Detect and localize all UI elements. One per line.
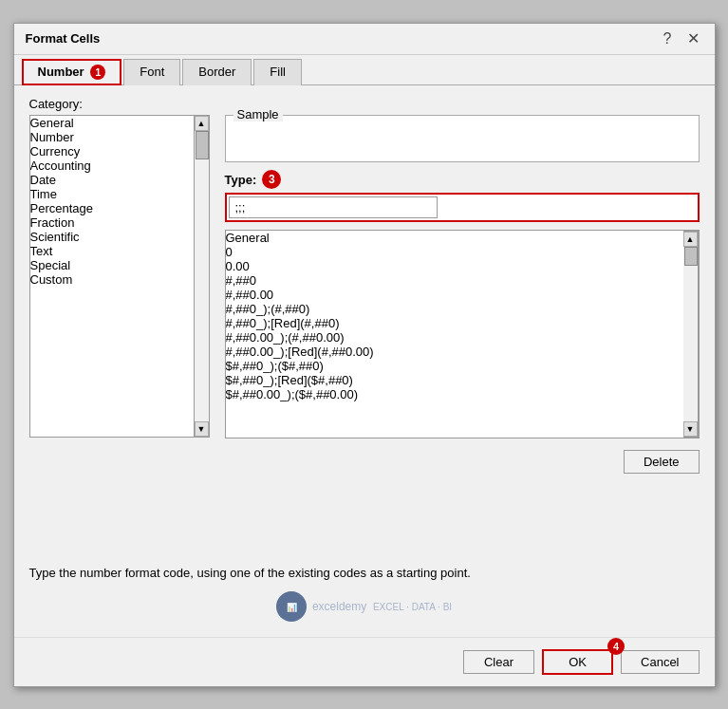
dialog-title: Format Cells [26, 31, 101, 46]
tab-font-label: Font [140, 65, 164, 79]
delete-row: Delete [225, 450, 700, 474]
delete-button[interactable]: Delete [624, 450, 700, 474]
tab-border[interactable]: Border [182, 59, 252, 86]
category-list-item[interactable]: Text [30, 244, 194, 258]
format-cells-dialog: Format Cells ? ✕ Number 1 Font Border Fi… [13, 23, 716, 687]
format-scrollbar: ▲ ▼ [683, 231, 699, 438]
category-panel: GeneralNumberCurrencyAccountingDateTimeP… [29, 115, 210, 557]
category-list-item[interactable]: General [30, 116, 194, 130]
right-panel: Sample Type: 3 General00.00#,## [225, 115, 700, 557]
format-scroll-up[interactable]: ▲ [683, 232, 698, 247]
clear-button[interactable]: Clear [463, 650, 534, 674]
watermark-site: exceldemy [312, 600, 366, 613]
type-label-row: Type: 3 [225, 170, 700, 189]
format-scroll-down[interactable]: ▼ [683, 421, 698, 437]
type-badge: 3 [262, 170, 281, 189]
ok-badge: 4 [607, 638, 625, 655]
category-list-item[interactable]: Date [30, 173, 194, 187]
tab-fill[interactable]: Fill [253, 59, 302, 86]
category-list-item[interactable]: Special [30, 258, 194, 272]
cancel-button[interactable]: Cancel [621, 650, 699, 674]
format-list-item[interactable]: #,##0_);[Red](#,##0) [226, 316, 683, 330]
format-list-item[interactable]: 0.00 [226, 259, 683, 273]
category-scrollbar: ▲ ▼ [195, 115, 210, 438]
sample-group: Sample [225, 115, 700, 162]
watermark-row: 📊 exceldemy EXCEL · DATA · BI [29, 584, 700, 625]
tab-font[interactable]: Font [123, 59, 180, 86]
format-list-item[interactable]: #,##0 [226, 273, 683, 288]
tab-number[interactable]: Number 1 [22, 59, 122, 86]
format-list-item[interactable]: $#,##0_);[Red]($#,##0) [226, 373, 683, 387]
format-list-item[interactable]: #,##0.00_);[Red](#,##0.00) [226, 345, 683, 359]
category-list-item[interactable]: Fraction [30, 215, 194, 230]
category-list-item[interactable]: Currency [30, 144, 194, 159]
format-list-item[interactable]: $#,##0_);($#,##0) [226, 359, 683, 373]
type-input[interactable] [229, 196, 438, 218]
format-list-item[interactable]: #,##0_);(#,##0) [226, 302, 683, 316]
format-list-item[interactable]: #,##0.00_);(#,##0.00) [226, 330, 683, 345]
category-list-item[interactable]: Custom [30, 272, 194, 287]
category-list-item[interactable]: Percentage [30, 201, 194, 215]
format-list-item[interactable]: 0 [226, 245, 683, 259]
close-button[interactable]: ✕ [683, 31, 703, 47]
category-list: GeneralNumberCurrencyAccountingDateTimeP… [29, 115, 195, 438]
sample-legend: Sample [233, 107, 283, 121]
watermark-text: exceldemy EXCEL · DATA · BI [312, 600, 452, 613]
bottom-btn-row: Clear OK 4 Cancel [14, 637, 715, 686]
main-row: GeneralNumberCurrencyAccountingDateTimeP… [29, 115, 700, 557]
category-scroll-up[interactable]: ▲ [195, 116, 209, 131]
format-scroll-track [683, 247, 698, 421]
type-label: Type: [225, 173, 257, 187]
title-bar-buttons: ? ✕ [660, 31, 703, 47]
tab-border-label: Border [198, 65, 235, 79]
category-list-item[interactable]: Time [30, 187, 194, 201]
category-label: Category: [29, 97, 700, 111]
category-list-item[interactable]: Scientific [30, 230, 194, 244]
tab-number-label: Number [38, 65, 84, 79]
title-bar: Format Cells ? ✕ [14, 24, 715, 55]
watermark-tagline: EXCEL · DATA · BI [373, 602, 452, 612]
format-list-item[interactable]: $#,##0.00_);($#,##0.00) [226, 387, 683, 401]
tabs-bar: Number 1 Font Border Fill [14, 55, 715, 86]
svg-text:📊: 📊 [286, 602, 297, 613]
format-list-item[interactable]: General [226, 231, 683, 245]
category-list-item[interactable]: Accounting [30, 159, 194, 173]
format-list-box: General00.00#,##0#,##0.00#,##0_);(#,##0)… [225, 230, 700, 438]
ok-button[interactable]: OK [542, 649, 613, 675]
category-scroll-track [195, 131, 209, 421]
type-row: Type: 3 [225, 170, 700, 222]
format-list-item[interactable]: #,##0.00 [226, 288, 683, 302]
category-scroll-thumb[interactable] [196, 131, 209, 159]
category-list-wrap: GeneralNumberCurrencyAccountingDateTimeP… [29, 115, 210, 438]
category-list-item[interactable]: Number [30, 130, 194, 144]
description: Type the number format code, using one o… [29, 558, 700, 584]
category-scroll-down[interactable]: ▼ [195, 421, 209, 437]
tab-fill-label: Fill [270, 65, 286, 79]
dialog-content: Category: GeneralNumberCurrencyAccountin… [14, 85, 715, 636]
watermark-logo: 📊 [276, 591, 307, 622]
tab-number-badge: 1 [90, 65, 105, 80]
format-scroll-thumb[interactable] [684, 247, 698, 266]
format-list: General00.00#,##0#,##0.00#,##0_);(#,##0)… [226, 231, 683, 438]
help-button[interactable]: ? [660, 31, 676, 47]
